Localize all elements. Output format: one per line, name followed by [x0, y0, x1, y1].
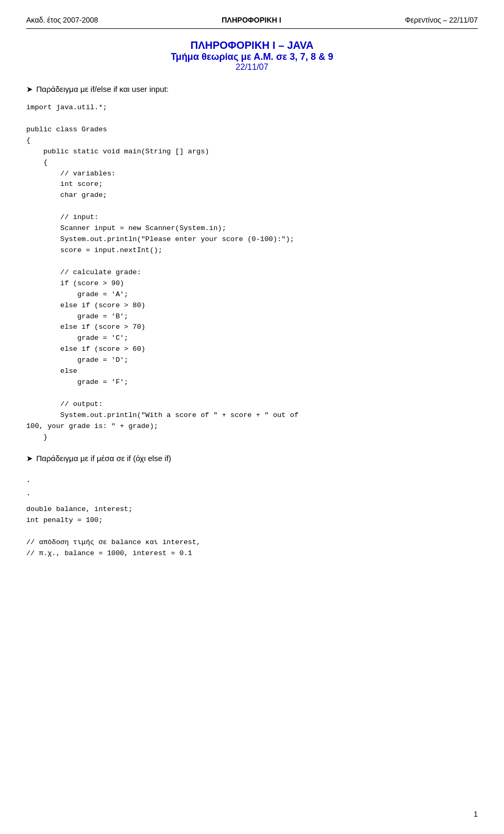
header-right: Φερεντίνος – 22/11/07: [405, 16, 478, 24]
header-center: ΠΛΗΡΟΦΟΡΙΚΗ Ι: [222, 16, 281, 24]
code-block-2: double balance, interest; int penalty = …: [26, 504, 478, 559]
title-block: ΠΛΗΡΟΦΟΡΙΚΗ Ι – JAVA Τμήμα θεωρίας με Α.…: [26, 39, 478, 72]
code-block-1: import java.util.*; public class Grades …: [26, 102, 478, 443]
header-left: Ακαδ. έτος 2007-2008: [26, 16, 98, 24]
header: Ακαδ. έτος 2007-2008 ΠΛΗΡΟΦΟΡΙΚΗ Ι Φερεν…: [26, 16, 478, 29]
footer-page-number: 1: [474, 810, 478, 818]
title-date: 22/11/07: [26, 62, 478, 72]
title-main: ΠΛΗΡΟΦΟΡΙΚΗ Ι – JAVA: [26, 39, 478, 51]
dots-block: . .: [26, 474, 478, 500]
arrow-icon-2: ➤: [26, 454, 33, 463]
arrow-icon-1: ➤: [26, 85, 33, 94]
section2-text: Παράδειγμα με if μέσα σε if (όχι else if…: [36, 454, 171, 463]
dot-1: .: [26, 474, 478, 487]
section1-text: Παράδειγμα με if/else if και user input:: [36, 85, 169, 93]
section1-heading: ➤ Παράδειγμα με if/else if και user inpu…: [26, 85, 478, 94]
dot-2: .: [26, 487, 478, 500]
section2-heading: ➤ Παράδειγμα με if μέσα σε if (όχι else …: [26, 454, 478, 463]
title-sub: Τμήμα θεωρίας με Α.Μ. σε 3, 7, 8 & 9: [26, 51, 478, 62]
page: Ακαδ. έτος 2007-2008 ΠΛΗΡΟΦΟΡΙΚΗ Ι Φερεν…: [0, 0, 504, 834]
